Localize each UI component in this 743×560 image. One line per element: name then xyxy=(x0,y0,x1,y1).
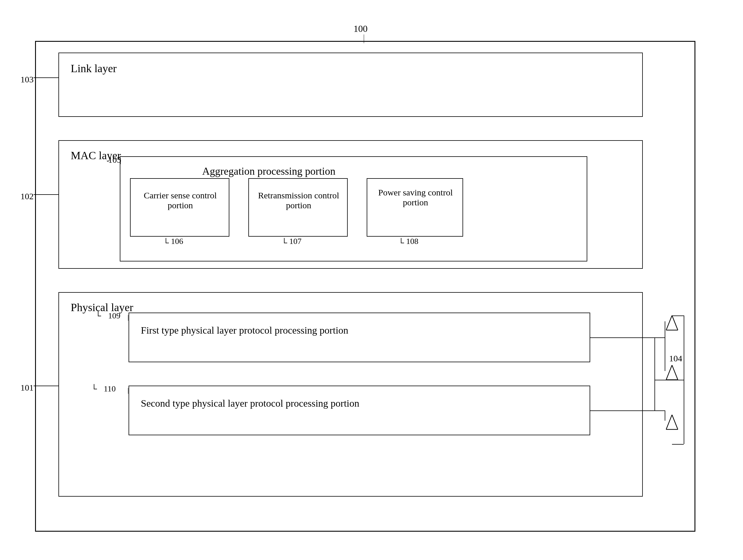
ref-102-label: 102 xyxy=(20,191,34,201)
ref-107-label: 107 xyxy=(289,236,302,246)
svg-line-1 xyxy=(672,315,678,330)
ref-108-label: 108 xyxy=(406,236,419,246)
line-v-to-antenna3 xyxy=(665,411,665,421)
svg-line-4 xyxy=(672,365,678,380)
line-second-to-antenna3 xyxy=(590,411,665,411)
ref-107-curve: └ xyxy=(281,238,287,248)
ref-110-line xyxy=(128,388,128,394)
ref-101-line xyxy=(34,386,58,386)
ref-105-label: 105 xyxy=(108,155,121,165)
svg-line-0 xyxy=(666,315,672,330)
ref-100-label: 100 xyxy=(354,24,367,34)
ref-101-label: 101 xyxy=(20,383,34,393)
ref-103-line xyxy=(34,77,58,78)
retransmission-label: Retransmission control portion xyxy=(255,190,342,210)
first-physical-label: First type physical layer protocol proce… xyxy=(141,325,348,336)
ref-110-label: 110 xyxy=(104,384,116,393)
antenna-3-icon xyxy=(663,409,681,432)
svg-line-6 xyxy=(666,415,672,429)
retransmission-box: Retransmission control portion xyxy=(248,178,348,236)
ref-109-curve: └ xyxy=(95,311,101,320)
ref-109-label: 109 xyxy=(108,311,120,320)
ref-106-curve: └ xyxy=(163,238,169,248)
bracket-vertical xyxy=(684,315,684,444)
connect-line-vertical xyxy=(654,337,655,411)
power-saving-box: Power saving control portion xyxy=(367,178,463,236)
ref-110-curve: └ xyxy=(91,384,97,393)
carrier-sense-box: Carrier sense control portion xyxy=(130,178,229,236)
ref-102-line xyxy=(34,194,58,195)
ref-106-label: 106 xyxy=(171,236,183,246)
aggregation-label: Aggregation processing portion xyxy=(202,165,336,177)
antenna-2-icon xyxy=(663,359,681,383)
second-physical-label: Second type physical layer protocol proc… xyxy=(141,398,359,409)
power-saving-label: Power saving control portion xyxy=(373,187,458,207)
carrier-sense-label: Carrier sense control portion xyxy=(136,190,224,210)
ref-108-curve: └ xyxy=(398,238,404,248)
link-layer-label: Link layer xyxy=(71,62,117,75)
bracket-bottom xyxy=(672,444,684,445)
first-physical-box: First type physical layer protocol proce… xyxy=(129,312,590,362)
line-first-to-antenna1 xyxy=(590,337,665,338)
svg-line-7 xyxy=(672,415,678,429)
svg-line-3 xyxy=(666,365,672,380)
second-physical-box: Second type physical layer protocol proc… xyxy=(129,386,590,435)
antenna-1-icon xyxy=(663,310,681,333)
ref-103-label: 103 xyxy=(20,75,34,84)
ref-109-line xyxy=(128,315,128,321)
physical-layer-label: Physical layer xyxy=(71,301,133,314)
line-v-to-antenna1 xyxy=(665,321,665,337)
link-layer-box: Link layer xyxy=(58,53,643,117)
line-v-to-antenna2 xyxy=(665,337,665,371)
